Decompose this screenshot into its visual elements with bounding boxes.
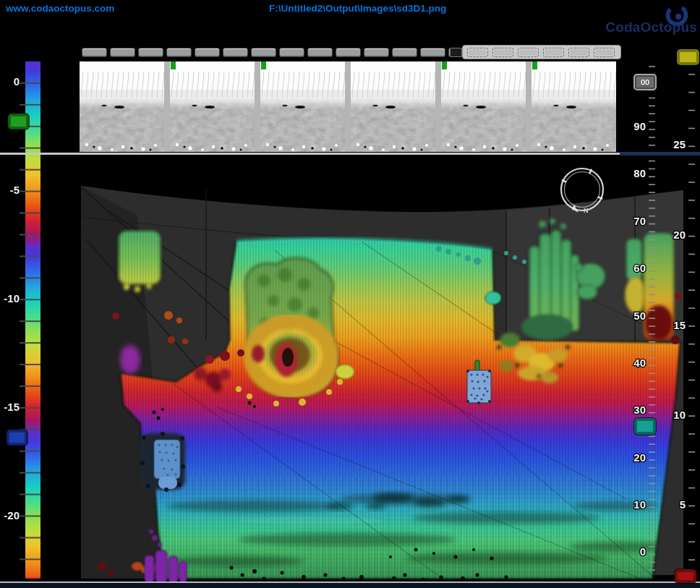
toolbar-button[interactable]: [279, 48, 304, 57]
distance-axis-label: 25: [673, 138, 686, 150]
toolbar-button[interactable]: [195, 48, 220, 57]
green-flag: [532, 61, 537, 69]
sonar-thumbnail[interactable]: [532, 61, 616, 152]
sonar-thumbnail[interactable]: [170, 61, 255, 152]
sonar-thumbnail[interactable]: [441, 61, 526, 152]
target-antenna: [475, 360, 479, 371]
logo-text: CodaOctopus: [605, 20, 697, 35]
file-path-text: F:\Untitled2\Output\Images\sd3D1.png: [269, 3, 446, 14]
codaoctopus-logo: CodaOctopus: [590, 0, 699, 41]
top-bar: www.codaoctopus.com F:\Untitled2\Output\…: [0, 0, 700, 42]
sonar-thumbnail-image: [260, 61, 345, 152]
sonar-thumbnail-image: [80, 61, 164, 152]
toolbar-button[interactable]: [420, 48, 445, 57]
frame-counter-badge[interactable]: 00: [633, 74, 657, 90]
sonar-thumbnail-image: [351, 61, 435, 152]
toolbar-button[interactable]: [307, 48, 333, 57]
yellow-marker-button[interactable]: [677, 49, 699, 65]
website-link[interactable]: www.codaoctopus.com: [6, 3, 114, 14]
snapshot-toolbar: [82, 48, 477, 57]
sonar-thumbnail[interactable]: [260, 61, 345, 152]
toolbar-button[interactable]: [251, 48, 276, 57]
toolbar-button[interactable]: [336, 48, 361, 57]
green-flag: [261, 61, 266, 69]
application-window: www.codaoctopus.com F:\Untitled2\Output\…: [0, 0, 700, 588]
blue-marker-button[interactable]: [7, 430, 27, 446]
compass-north-label: N: [584, 207, 589, 214]
toolbar-divider-notch: [450, 48, 462, 57]
selected-toolbar-group: [462, 45, 621, 59]
horizontal-separator: [0, 153, 620, 155]
data-gap-with-blue-box: [140, 432, 185, 492]
toolbar-button[interactable]: [364, 48, 389, 57]
toolbar-button-selected[interactable]: [492, 48, 513, 57]
toolbar-button[interactable]: [392, 48, 417, 57]
range-axis-label: 90: [633, 120, 646, 132]
toolbar-button-selected[interactable]: [467, 48, 488, 57]
toolbar-button[interactable]: [166, 48, 192, 57]
3d-point-cloud-view[interactable]: N: [0, 154, 700, 583]
bottom-separator: [0, 581, 700, 583]
sonar-filmstrip: [80, 61, 616, 152]
sonar-thumbnail[interactable]: [351, 61, 435, 152]
sonar-thumbnail-image: [532, 61, 616, 152]
toolbar-button[interactable]: [82, 48, 107, 57]
sonar-thumbnail-image: [170, 61, 255, 152]
toolbar-button-selected[interactable]: [518, 48, 539, 57]
toolbar-button-selected[interactable]: [568, 48, 589, 57]
horizontal-separator-right: [620, 152, 700, 155]
green-marker-button[interactable]: [8, 114, 29, 129]
bottom-edge-strip: [0, 583, 700, 588]
sonar-thumbnail-image: [441, 61, 526, 152]
red-marker-button[interactable]: [675, 569, 696, 583]
green-flag: [171, 61, 176, 69]
frame-counter-badge-label: 00: [641, 78, 649, 87]
sonar-thumbnail[interactable]: [80, 61, 164, 152]
toolbar-button[interactable]: [110, 48, 135, 57]
toolbar-button-selected[interactable]: [594, 48, 615, 57]
floating-debris-slab: [119, 231, 161, 292]
colorbar-label: 0: [14, 75, 20, 88]
toolbar-button[interactable]: [223, 48, 248, 57]
toolbar-button-selected[interactable]: [543, 48, 564, 57]
green-flag: [442, 61, 447, 69]
toolbar-button[interactable]: [138, 48, 163, 57]
teal-marker-button[interactable]: [634, 418, 656, 435]
